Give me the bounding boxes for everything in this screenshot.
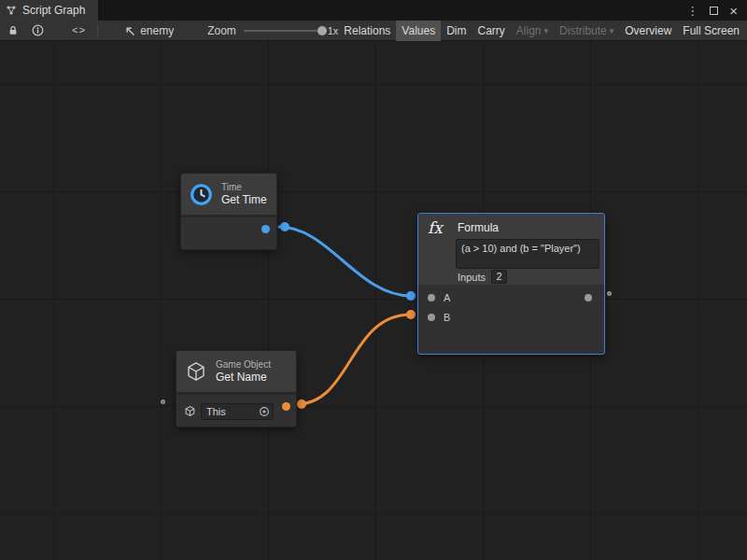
formula-header: fx Formula (a > 10) and (b = "Player") I… [418,214,604,285]
node-get-time[interactable]: Time Get Time [180,173,277,250]
port-row-b: B [418,307,604,327]
align-label: Align [516,21,542,41]
node-formula[interactable]: fx Formula (a > 10) and (b = "Player") I… [417,213,605,355]
get-time-output-port[interactable] [261,225,270,233]
node-title: Get Name [216,371,271,385]
wire-blue-start-cap [280,222,289,231]
clock-icon [190,183,213,206]
port-a-label: A [444,292,450,303]
get-time-header: Time Get Time [181,174,276,215]
zoom-slider[interactable] [244,21,323,41]
get-time-body [181,217,276,248]
get-name-target-ring[interactable] [161,399,165,404]
graph-name: enemy [140,24,174,37]
formula-result-port[interactable] [585,294,592,301]
toolbar-buttons: Relations Values Dim Carry Align ▾ Distr… [338,21,747,41]
port-b-label: B [444,312,450,323]
info-icon[interactable] [32,24,44,36]
overview-button[interactable]: Overview [619,21,677,41]
wire-orange-start-cap [297,399,306,409]
get-name-output-port[interactable] [282,402,290,411]
close-icon[interactable]: × [729,4,738,18]
distribute-button[interactable]: Distribute ▾ [554,21,619,41]
node-get-name[interactable]: Game Object Get Name This [176,350,297,427]
zoom-slider-track[interactable] [244,30,323,32]
dim-button[interactable]: Dim [441,21,472,41]
formula-output-ring[interactable] [607,291,612,296]
wire-blue-end-cap [406,291,416,301]
titlebar: Script Graph ⋮ × [0,0,747,21]
toolbar: <> enemy Zoom 1x Relations Values Dim Ca… [0,21,747,41]
window-menu-icon[interactable]: ⋮ [686,5,698,17]
lock-icon[interactable] [7,25,19,36]
get-name-body: This [176,395,296,426]
node-title: Get Time [221,193,267,207]
toolbar-separator [97,24,98,37]
align-button[interactable]: Align ▾ [511,21,554,41]
tab-title: Script Graph [22,4,85,17]
target-value: This [206,406,259,417]
formula-body: A B [418,285,604,327]
caret-down-icon: ▾ [544,21,549,41]
formula-title: Formula [458,221,499,234]
script-graph-icon [6,5,17,16]
graph-breadcrumb[interactable]: enemy [124,24,174,37]
unity-window: Script Graph ⋮ × <> [0,0,747,560]
inputs-label: Inputs [458,272,486,283]
formula-input-port-b[interactable] [428,314,435,321]
wires-layer [0,41,747,560]
caret-down-icon: ▾ [610,21,614,41]
fullscreen-button[interactable]: Full Screen [677,21,745,41]
formula-input-port-a[interactable] [428,294,435,301]
window-controls: ⋮ × [686,0,747,21]
get-name-header: Game Object Get Name [176,351,296,392]
code-preview-icon[interactable]: <> [72,25,86,36]
node-category: Time [221,181,267,193]
arrow-icon [124,25,135,36]
tab-script-graph[interactable]: Script Graph [0,0,98,21]
node-category: Game Object [216,358,271,371]
object-picker-icon[interactable] [259,406,270,417]
wire-orange-end-cap [406,310,416,319]
relations-button[interactable]: Relations [338,21,396,41]
target-object-field[interactable]: This [201,403,274,420]
zoom-label: Zoom [207,24,236,37]
graph-canvas[interactable]: Time Get Time fx Formula (a > 10) and (b… [0,41,747,560]
values-button[interactable]: Values [396,21,441,41]
zoom-slider-handle[interactable] [317,26,327,35]
carry-button[interactable]: Carry [472,21,511,41]
maximize-icon[interactable] [710,7,718,15]
port-row-a: A [418,287,604,307]
inputs-count-field[interactable]: 2 [491,270,507,284]
small-cube-icon [184,405,196,417]
formula-expression-field[interactable]: (a > 10) and (b = "Player") [456,239,599,269]
wire-getname-to-formula-b [297,315,411,404]
zoom-value: 1x [328,25,339,36]
cube-icon [185,360,207,383]
wire-gettime-to-formula-a [279,227,411,296]
distribute-label: Distribute [559,21,607,41]
fx-icon: fx [428,218,448,237]
